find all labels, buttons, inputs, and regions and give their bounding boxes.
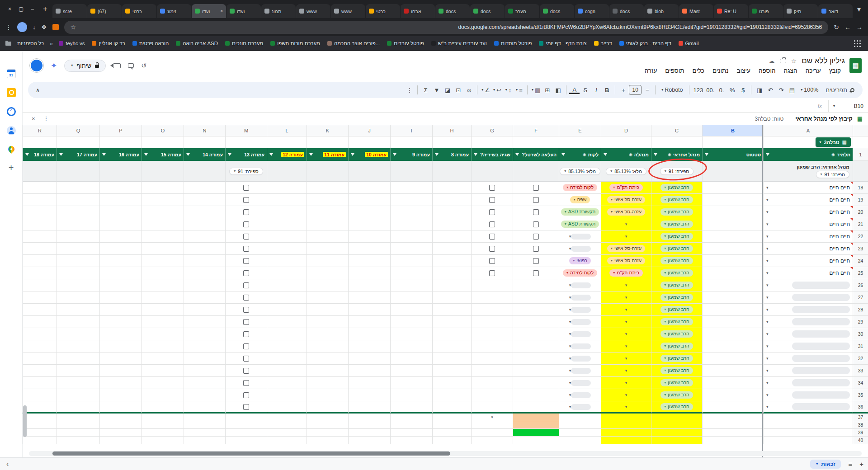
cell-G25[interactable]	[471, 267, 513, 279]
cell-Q24[interactable]	[57, 255, 99, 267]
cell-Q20[interactable]	[57, 206, 99, 218]
checkbox[interactable]	[243, 282, 249, 288]
chevron-down-icon[interactable]: ▾	[625, 222, 627, 226]
group-cell-K[interactable]	[307, 161, 348, 182]
dropdown-pill[interactable]: הרב שמעון▾	[660, 379, 693, 386]
row-header-36[interactable]: 36	[853, 401, 868, 414]
downloads-icon[interactable]: ↓	[33, 24, 36, 31]
cell-Q25[interactable]	[57, 267, 99, 279]
group-cell-D[interactable]: מלא: 85.13%▾	[601, 161, 651, 182]
vertical-align-icon[interactable]: ↕▾	[503, 84, 514, 96]
checkbox[interactable]	[243, 185, 249, 191]
cell-O20[interactable]	[142, 206, 184, 218]
cell-R39[interactable]	[23, 429, 57, 437]
cell-O21[interactable]	[142, 218, 184, 230]
row-header-21[interactable]: 21	[853, 218, 868, 230]
cell-K19[interactable]	[307, 194, 348, 206]
filter-funnel-icon[interactable]	[393, 153, 396, 156]
cell-J19[interactable]	[348, 194, 390, 206]
chevron-down-icon[interactable]: ▾	[766, 271, 769, 275]
checkbox[interactable]	[533, 270, 539, 276]
document-title[interactable]: גיליון ללא שם	[802, 56, 845, 66]
cell-Q40[interactable]	[57, 437, 99, 444]
cell-G34[interactable]	[471, 377, 513, 389]
insert-chart-icon[interactable]: ◪	[442, 84, 453, 96]
column-letter-A[interactable]: A	[763, 125, 853, 136]
chevron-down-icon[interactable]: ▾	[625, 296, 627, 300]
cell-N37[interactable]	[184, 414, 225, 421]
cell-G32[interactable]	[471, 352, 513, 365]
text-rotation-icon[interactable]: ∠▾	[480, 84, 491, 96]
dropdown-pill[interactable]: הרב שמעון▾	[660, 403, 693, 410]
row-header-24[interactable]: 24	[853, 255, 868, 267]
band-cell-E[interactable]	[559, 136, 601, 148]
dropdown-pill[interactable]: הרב שמעון▾	[660, 208, 693, 215]
band-cell-Q[interactable]	[57, 136, 99, 148]
cell-F39[interactable]	[513, 429, 559, 437]
checkbox[interactable]	[243, 209, 249, 215]
cell-P34[interactable]	[99, 377, 142, 389]
browser-tab[interactable]: cogn	[575, 4, 609, 18]
empty-dropdown-pill[interactable]	[571, 282, 591, 288]
contacts-icon[interactable]	[7, 126, 16, 135]
cell-K24[interactable]	[307, 255, 348, 267]
cell-H22[interactable]	[432, 230, 471, 243]
cell-A36[interactable]: ▾	[763, 401, 853, 414]
cell-E24[interactable]: רפואי▾	[559, 255, 601, 267]
cell-L32[interactable]	[267, 352, 307, 365]
cell-D18[interactable]: כיתת תק"מ▾	[601, 182, 651, 194]
chevron-down-icon[interactable]: ▾	[625, 235, 627, 239]
bookmark-item[interactable]: פורים אוצר החכמה...	[327, 41, 380, 46]
chevron-down-icon[interactable]: ▾	[766, 381, 769, 385]
browser-tab[interactable]: אבחו	[401, 4, 435, 18]
row-header-31[interactable]: 31	[853, 340, 868, 352]
cell-M24[interactable]	[225, 255, 267, 267]
cell-L28[interactable]	[267, 304, 307, 316]
undo-icon[interactable]: ↶	[765, 84, 775, 96]
cell-K31[interactable]	[307, 340, 348, 352]
chevron-down-icon[interactable]: ▾	[569, 332, 571, 336]
cell-B36[interactable]	[702, 401, 763, 414]
cell-E28[interactable]: ▾	[559, 304, 601, 316]
browser-tab[interactable]: docs	[609, 4, 644, 18]
bookmark-item[interactable]: דרייב	[594, 41, 612, 46]
cell-G20[interactable]	[471, 206, 513, 218]
cell-C36[interactable]: הרב שמעון▾	[651, 401, 702, 414]
cell-C18[interactable]: הרב שמעון▾	[651, 182, 702, 194]
cell-P29[interactable]	[99, 316, 142, 328]
cell-G39[interactable]	[471, 429, 513, 437]
bookmark-item[interactable]: ועד עובדים עיריית ב"ש	[431, 41, 487, 46]
cell-O39[interactable]	[142, 429, 184, 437]
cell-J36[interactable]	[348, 401, 390, 414]
group-cell-O[interactable]	[142, 161, 184, 182]
cell-G38[interactable]	[471, 421, 513, 429]
cell-F21[interactable]	[513, 218, 559, 230]
dropdown-pill[interactable]: כיתת תק"מ▾	[609, 269, 643, 276]
cell-I20[interactable]	[390, 206, 432, 218]
group-chip-E[interactable]: מלא: 85.13%▾	[560, 168, 600, 175]
gemini-icon[interactable]: ✦	[51, 61, 57, 70]
cell-A30[interactable]: ▾	[763, 328, 853, 340]
bookmark-item[interactable]: Gmail	[679, 41, 699, 46]
cell-F28[interactable]	[513, 304, 559, 316]
column-letter-F[interactable]: F	[513, 125, 559, 136]
cell-M39[interactable]	[225, 429, 267, 437]
group-cell-J[interactable]	[348, 161, 390, 182]
cell-Q27[interactable]	[57, 291, 99, 304]
empty-dropdown-pill[interactable]	[792, 282, 850, 289]
cell-O30[interactable]	[142, 328, 184, 340]
chevron-down-icon[interactable]: ▾	[491, 415, 493, 419]
filter-funnel-icon[interactable]	[351, 153, 354, 156]
checkbox[interactable]	[533, 197, 539, 203]
browser-tab[interactable]: www	[296, 4, 330, 18]
dropdown-pill[interactable]: הרב שמעון▾	[660, 233, 693, 240]
cell-N20[interactable]	[184, 206, 225, 218]
empty-dropdown-pill[interactable]	[792, 379, 850, 386]
cell-Q18[interactable]	[57, 182, 99, 194]
chevron-down-icon[interactable]: ▾	[625, 332, 627, 336]
cell-K39[interactable]	[307, 429, 348, 437]
paint-format-icon[interactable]: ◨	[754, 84, 764, 96]
cell-P38[interactable]	[99, 421, 142, 429]
cell-E26[interactable]: ▾	[559, 279, 601, 291]
group-cell-hdr[interactable]	[853, 161, 868, 182]
